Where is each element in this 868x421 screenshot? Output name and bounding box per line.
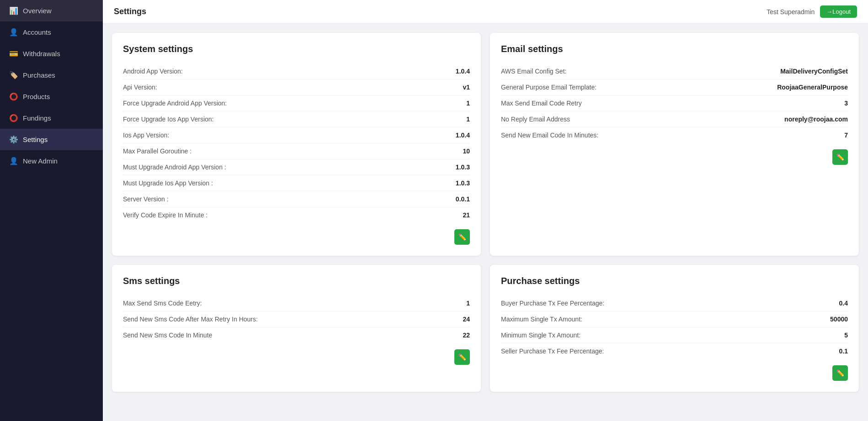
setting-value: 1.0.3 — [456, 179, 470, 187]
topbar-right: Test Superadmin →Logout — [767, 5, 857, 18]
setting-value: 0.4 — [839, 300, 848, 307]
system-settings-title: System settings — [123, 44, 470, 54]
setting-row: Force Upgrade Android App Version:1 — [123, 95, 470, 111]
sidebar-item-new-admin[interactable]: 👤New Admin — [0, 150, 103, 172]
setting-label: Force Upgrade Ios App Version: — [123, 116, 213, 123]
setting-row: No Reply Email Addressnoreply@roojaa.com — [501, 111, 848, 127]
setting-label: Force Upgrade Android App Version: — [123, 100, 227, 107]
setting-label: Send New Email Code In Minutes: — [501, 132, 598, 139]
setting-row: Minimum Single Tx Amount:5 — [501, 327, 848, 343]
setting-label: Maximum Single Tx Amount: — [501, 316, 582, 323]
sidebar-item-label: Products — [23, 93, 50, 100]
setting-value: 5 — [844, 332, 848, 339]
topbar-user: Test Superadmin — [767, 8, 815, 16]
sms-settings-card: Sms settings Max Send Sms Code Eetry:1Se… — [112, 265, 481, 392]
setting-label: Server Version : — [123, 195, 169, 203]
sidebar-item-products[interactable]: ⭕Products — [0, 86, 103, 107]
setting-row: AWS Email Config Set:MailDeliveryConfigS… — [501, 63, 848, 79]
sidebar-item-label: Settings — [23, 136, 48, 143]
page-title: Settings — [114, 7, 146, 16]
setting-value: 1 — [466, 116, 470, 123]
setting-value: 1 — [466, 300, 470, 307]
setting-label: Max Send Sms Code Eetry: — [123, 300, 202, 307]
setting-value: v1 — [463, 84, 470, 91]
sidebar-item-withdrawals[interactable]: 💳Withdrawals — [0, 43, 103, 64]
new-admin-icon: 👤 — [9, 157, 18, 165]
setting-value: 7 — [844, 132, 848, 139]
setting-row: Maximum Single Tx Amount:50000 — [501, 311, 848, 327]
sidebar-item-label: Accounts — [23, 28, 51, 36]
email-settings-card: Email settings AWS Email Config Set:Mail… — [490, 33, 859, 256]
setting-value: 22 — [463, 332, 470, 339]
overview-icon: 📊 — [9, 6, 18, 15]
sidebar-item-settings[interactable]: ⚙️Settings — [0, 129, 103, 150]
content-area: System settings Android App Version:1.0.… — [103, 24, 868, 421]
setting-value: 1.0.4 — [456, 68, 470, 75]
purchase-settings-title: Purchase settings — [501, 276, 848, 286]
accounts-icon: 👤 — [9, 28, 18, 37]
purchase-settings-edit-button[interactable]: ✏️ — [832, 365, 848, 381]
setting-value: 1 — [466, 100, 470, 107]
system-settings-rows: Android App Version:1.0.4Api Version:v1F… — [123, 63, 470, 223]
setting-value: 24 — [463, 316, 470, 323]
setting-label: No Reply Email Address — [501, 116, 570, 123]
main-content: Settings Test Superadmin →Logout System … — [103, 0, 868, 421]
sidebar-item-accounts[interactable]: 👤Accounts — [0, 21, 103, 43]
setting-value: RoojaaGeneralPurpose — [777, 84, 848, 91]
sidebar-item-label: New Admin — [23, 157, 58, 165]
setting-label: General Purpose Email Template: — [501, 84, 596, 91]
purchases-icon: 🏷️ — [9, 71, 18, 79]
email-settings-title: Email settings — [501, 44, 848, 54]
sidebar-item-label: Purchases — [23, 71, 55, 79]
setting-label: AWS Email Config Set: — [501, 68, 566, 75]
setting-row: Seller Purchase Tx Fee Percentage:0.1 — [501, 343, 848, 359]
setting-label: Must Upgrade Android App Version : — [123, 163, 226, 171]
setting-row: Send New Email Code In Minutes:7 — [501, 127, 848, 143]
sms-settings-title: Sms settings — [123, 276, 470, 286]
cards-grid: System settings Android App Version:1.0.… — [112, 33, 859, 392]
setting-value: 3 — [844, 100, 848, 107]
setting-row: Ios App Version:1.0.4 — [123, 127, 470, 143]
system-settings-edit-button[interactable]: ✏️ — [454, 229, 470, 245]
setting-row: Buyer Purchase Tx Fee Percentage:0.4 — [501, 295, 848, 311]
sidebar-item-label: Fundings — [23, 114, 51, 122]
setting-label: Minimum Single Tx Amount: — [501, 332, 580, 339]
setting-label: Max Send Email Code Retry — [501, 100, 582, 107]
sidebar-item-purchases[interactable]: 🏷️Purchases — [0, 64, 103, 86]
purchase-settings-card: Purchase settings Buyer Purchase Tx Fee … — [490, 265, 859, 392]
setting-row: Max Parallel Goroutine :10 — [123, 143, 470, 159]
sidebar-item-label: Overview — [23, 7, 52, 15]
setting-value: 1.0.3 — [456, 163, 470, 171]
setting-value: 0.1 — [839, 347, 848, 355]
setting-row: Must Upgrade Android App Version :1.0.3 — [123, 159, 470, 175]
setting-row: Api Version:v1 — [123, 79, 470, 95]
sidebar-item-fundings[interactable]: ⭕Fundings — [0, 107, 103, 129]
setting-label: Max Parallel Goroutine : — [123, 147, 192, 155]
setting-row: Force Upgrade Ios App Version:1 — [123, 111, 470, 127]
setting-row: Server Version :0.0.1 — [123, 191, 470, 207]
setting-label: Buyer Purchase Tx Fee Percentage: — [501, 300, 604, 307]
sms-settings-edit-button[interactable]: ✏️ — [454, 349, 470, 365]
setting-label: Send New Sms Code In Minute — [123, 332, 212, 339]
setting-value: MailDeliveryConfigSet — [780, 68, 848, 75]
fundings-icon: ⭕ — [9, 114, 18, 122]
setting-row: Verify Code Expire In Minute :21 — [123, 207, 470, 223]
email-settings-edit-button[interactable]: ✏️ — [832, 149, 848, 165]
withdrawals-icon: 💳 — [9, 49, 18, 58]
sidebar: 📊Overview👤Accounts💳Withdrawals🏷️Purchase… — [0, 0, 103, 421]
setting-row: Max Send Sms Code Eetry:1 — [123, 295, 470, 311]
setting-label: Android App Version: — [123, 68, 183, 75]
logout-button[interactable]: →Logout — [820, 5, 857, 18]
sms-settings-rows: Max Send Sms Code Eetry:1Send New Sms Co… — [123, 295, 470, 343]
setting-label: Send New Sms Code After Max Retry In Hou… — [123, 316, 258, 323]
system-settings-card: System settings Android App Version:1.0.… — [112, 33, 481, 256]
setting-row: Must Upgrade Ios App Version :1.0.3 — [123, 175, 470, 191]
sidebar-item-overview[interactable]: 📊Overview — [0, 0, 103, 21]
products-icon: ⭕ — [9, 92, 18, 101]
setting-value: 0.0.1 — [456, 195, 470, 203]
setting-value: noreply@roojaa.com — [784, 116, 848, 123]
setting-row: Send New Sms Code In Minute22 — [123, 327, 470, 343]
sidebar-item-label: Withdrawals — [23, 50, 60, 58]
setting-row: Max Send Email Code Retry3 — [501, 95, 848, 111]
setting-value: 1.0.4 — [456, 132, 470, 139]
